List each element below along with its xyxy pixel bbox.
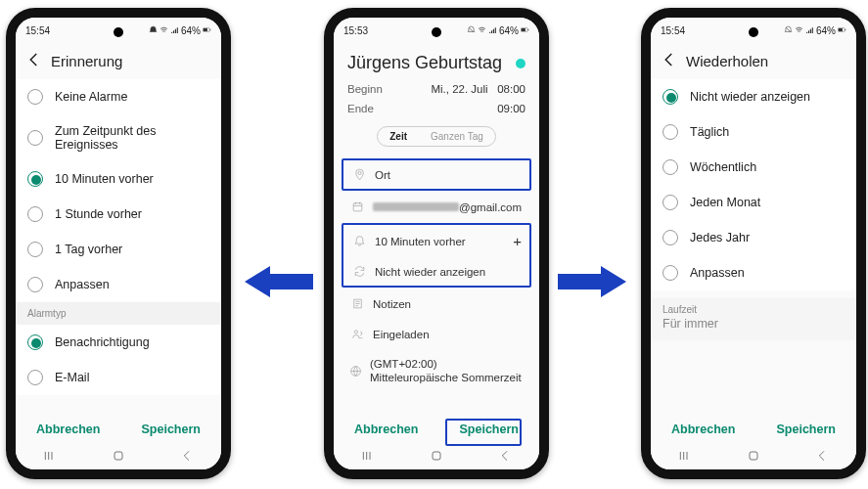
repeat-text: Nicht wieder anzeigen [375, 266, 485, 278]
header-title: Erinnerung [51, 53, 122, 69]
recents-button[interactable] [42, 448, 58, 467]
arrow-left [245, 264, 313, 299]
svg-rect-12 [839, 28, 843, 31]
svg-rect-10 [433, 452, 440, 460]
option-never[interactable]: Nicht wieder anzeigen [651, 79, 856, 114]
event-title-row[interactable]: Jürgens Geburtstag [334, 43, 539, 79]
android-navbar [16, 446, 221, 469]
option-weekly[interactable]: Wöchentlich [651, 150, 856, 185]
alarm-type-options: Benachrichtigung E-Mail [16, 325, 221, 395]
svg-rect-1 [204, 28, 207, 31]
option-yearly[interactable]: Jedes Jahr [651, 220, 856, 255]
mute-icon [467, 25, 476, 36]
repeat-icon [351, 265, 367, 278]
cancel-button[interactable]: Abbrechen [36, 422, 100, 436]
reminder-row[interactable]: 10 Minuten vorher + [343, 225, 529, 257]
signal-icon [488, 25, 497, 36]
event-title-text: Jürgens Geburtstag [347, 53, 502, 73]
invited-label: Eingeladen [373, 329, 430, 340]
battery-text: 64% [816, 25, 836, 36]
cancel-button[interactable]: Abbrechen [354, 422, 418, 436]
type-notification[interactable]: Benachrichtigung [16, 325, 221, 360]
seg-allday[interactable]: Ganzen Tag [419, 127, 495, 146]
notes-label: Notizen [373, 298, 411, 310]
people-icon [349, 328, 365, 340]
option-daily[interactable]: Täglich [651, 114, 856, 150]
wifi-icon [795, 25, 803, 36]
phone-repeat-screen: 15:54 64% Wiederholen Nicht wieder anzei… [641, 8, 866, 479]
notes-row[interactable]: Notizen [342, 289, 531, 318]
save-button[interactable]: Speichern [776, 422, 835, 436]
notes-icon [349, 297, 365, 310]
recents-button[interactable] [360, 448, 376, 467]
footer-actions: Abbrechen Speichern [651, 413, 856, 446]
back-icon[interactable] [661, 51, 686, 71]
camera-notch [432, 27, 441, 37]
svg-rect-3 [114, 452, 122, 460]
end-row[interactable]: Ende 09:00 [334, 99, 539, 118]
end-label: Ende [347, 103, 374, 114]
svg-rect-2 [210, 28, 211, 30]
wifi-icon [478, 25, 486, 36]
start-label: Beginn [347, 83, 383, 95]
header: Erinnerung [16, 43, 221, 79]
wifi-icon [160, 25, 168, 36]
back-button[interactable] [814, 448, 830, 467]
invited-row[interactable]: Eingeladen [342, 320, 531, 348]
option-at-event[interactable]: Zum Zeitpunkt des Ereignisses [16, 114, 221, 161]
footer-actions: Abbrechen Speichern [334, 413, 539, 446]
back-icon[interactable] [25, 51, 51, 71]
battery-icon [838, 25, 846, 36]
duration-row[interactable]: Laufzeit Für immer [651, 298, 856, 340]
signal-icon [170, 25, 179, 36]
svg-rect-6 [528, 28, 529, 30]
type-email[interactable]: E-Mail [16, 360, 221, 395]
phone-event-screen: 15:53 64% Jürgens Geburtstag Beginn Mi.,… [324, 8, 549, 479]
mute-icon [784, 25, 793, 36]
home-button[interactable] [111, 448, 126, 467]
timezone-row[interactable]: (GMT+02:00) Mitteleuropäische Sommerzeit [342, 350, 531, 393]
repeat-row[interactable]: Nicht wieder anzeigen [343, 257, 529, 286]
reminder-repeat-block: 10 Minuten vorher + Nicht wieder anzeige… [342, 223, 531, 288]
battery-icon [203, 25, 211, 36]
option-custom[interactable]: Anpassen [651, 255, 856, 290]
status-time: 15:54 [661, 25, 685, 36]
camera-notch [749, 27, 758, 37]
back-button[interactable] [497, 448, 513, 467]
option-custom[interactable]: Anpassen [16, 267, 221, 302]
arrow-right [558, 264, 626, 299]
location-icon [351, 168, 367, 181]
calendar-icon [349, 200, 365, 213]
save-button[interactable]: Speichern [141, 422, 200, 436]
event-color-dot[interactable] [516, 59, 525, 68]
duration-label: Laufzeit [662, 304, 845, 315]
home-button[interactable] [429, 448, 444, 467]
account-row[interactable]: @gmail.com [342, 193, 531, 221]
option-no-alarm[interactable]: Keine Alarme [16, 79, 221, 114]
option-1hr[interactable]: 1 Stunde vorher [16, 197, 221, 232]
location-row[interactable]: Ort [342, 158, 531, 191]
svg-marker-16 [558, 266, 626, 297]
save-button[interactable]: Speichern [459, 422, 518, 436]
option-monthly[interactable]: Jeden Monat [651, 185, 856, 220]
android-navbar [334, 446, 539, 469]
option-1day[interactable]: 1 Tag vorher [16, 232, 221, 267]
add-reminder-icon[interactable]: + [513, 233, 522, 249]
svg-rect-13 [845, 28, 846, 30]
home-button[interactable] [746, 448, 761, 467]
account-text: @gmail.com [373, 201, 522, 213]
option-10min[interactable]: 10 Minuten vorher [16, 161, 221, 197]
android-navbar [651, 446, 856, 469]
time-allday-toggle[interactable]: Zeit Ganzen Tag [334, 118, 539, 156]
cancel-button[interactable]: Abbrechen [671, 422, 735, 436]
header-title: Wiederholen [686, 53, 768, 69]
svg-point-8 [354, 331, 357, 333]
start-row[interactable]: Beginn Mi., 22. Juli 08:00 [334, 79, 539, 99]
back-button[interactable] [179, 448, 195, 467]
seg-time[interactable]: Zeit [378, 127, 419, 146]
duration-value: Für immer [662, 315, 845, 331]
alarm-type-label: Alarmtyp [16, 302, 221, 325]
recents-button[interactable] [677, 448, 693, 467]
signal-icon [805, 25, 814, 36]
status-time: 15:53 [343, 25, 368, 36]
